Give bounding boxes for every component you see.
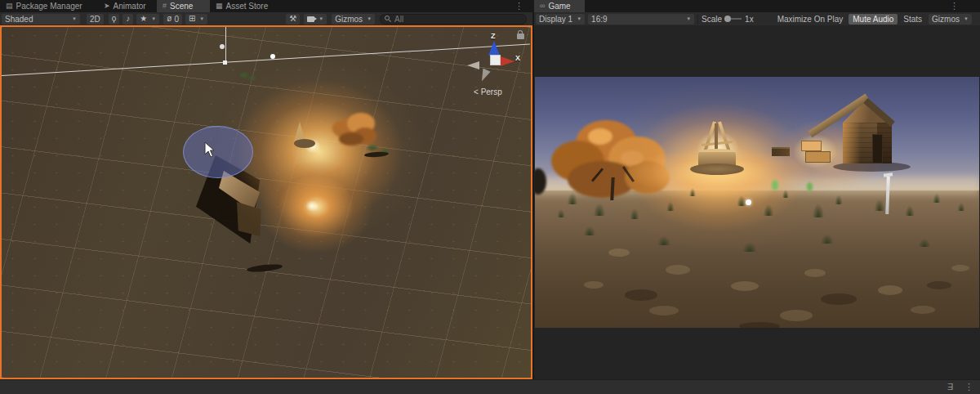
cabin-light-glow [247, 150, 385, 264]
gizmos-label: Gizmos [932, 15, 960, 24]
projection-arrow: < [474, 87, 479, 96]
grass-tuft [811, 198, 826, 217]
ground-patch [927, 281, 951, 289]
scene-lighting-toggle[interactable]: ϙ [109, 14, 120, 25]
ground-spot [608, 248, 630, 257]
gizmo-handle-point[interactable] [270, 54, 275, 59]
tab-label: Asset Store [226, 2, 269, 11]
scale-slider[interactable] [727, 18, 742, 20]
tab-animator[interactable]: ➤ Animator [98, 0, 157, 12]
ground-spot [666, 265, 690, 275]
scene-panel-menu-icon[interactable]: ⋮ [514, 1, 523, 11]
ground-patch [739, 322, 780, 328]
gizmos-label: Gizmos [335, 15, 363, 24]
gizmo-handle-dot[interactable] [220, 44, 225, 49]
light-gizmo-line-vertical [225, 27, 226, 63]
gizmo-neg-axis-cone[interactable] [467, 61, 479, 69]
grass-tuft [741, 239, 759, 252]
light-gizmo-line-diagonal [2, 44, 530, 76]
grid-icon: ⊞ [189, 15, 195, 23]
status-bar: Ǝ ⋮ [0, 379, 980, 394]
grass-tuft [240, 73, 248, 78]
grass-tuft [629, 204, 640, 219]
chevron-down-icon: ▼ [318, 16, 323, 21]
ground-spot [780, 310, 813, 321]
speaker-icon: ♪ [126, 15, 130, 23]
white-post [885, 177, 890, 214]
scene-gizmos-dropdown[interactable]: Gizmos ▼ [332, 14, 375, 25]
gizmo-x-axis-cone[interactable] [501, 56, 514, 66]
maximize-on-play-button[interactable]: Maximize On Play [773, 14, 848, 25]
grass-tuft [834, 191, 844, 204]
lock-icon[interactable] [517, 34, 524, 39]
component-tools-button[interactable]: ⚒ [286, 14, 300, 25]
gizmo-handle-square[interactable] [223, 60, 227, 65]
scale-label: Scale [702, 15, 722, 24]
asset-store-icon: ▦ [216, 2, 223, 10]
grass-tuft [656, 232, 672, 245]
grass-tuft [762, 199, 775, 216]
gizmo-neg-axis-cone[interactable] [478, 69, 490, 83]
game-panel-menu-icon[interactable]: ⋮ [950, 1, 959, 11]
game-cursor-dot [746, 199, 751, 205]
tab-label: Game [548, 2, 570, 11]
gizmo-z-label[interactable]: Z [491, 32, 496, 40]
grass-tuft [819, 231, 835, 244]
scene-audio-toggle[interactable]: ♪ [122, 14, 133, 25]
grass-tuft [688, 185, 697, 196]
scene-effects-dropdown[interactable]: ★ ▼ [136, 14, 159, 25]
gizmo-z-axis-cone[interactable] [488, 41, 500, 56]
cabin-door [872, 134, 883, 163]
projection-label[interactable]: < Persp [474, 87, 502, 96]
scene-search-input[interactable]: All [380, 14, 527, 25]
cabin-light-core [305, 200, 318, 212]
stats-button[interactable]: Stats [899, 14, 926, 25]
grass-tuft [932, 190, 942, 203]
ground-spot [731, 281, 759, 291]
status-menu-icon[interactable]: ⋮ [964, 382, 973, 392]
display-dropdown[interactable]: Display 1 ▼ [536, 14, 585, 25]
tab-package-manager[interactable]: ▤ Package Manager [0, 0, 98, 12]
scene-viewport[interactable]: Z X < Persp [2, 27, 531, 378]
scene-view[interactable]: Z X < Persp [0, 25, 532, 379]
ground-spot [951, 265, 969, 271]
camera-lens [314, 17, 317, 20]
aspect-ratio-dropdown[interactable]: 16:9 ▼ [588, 14, 694, 25]
game-view[interactable] [534, 25, 980, 379]
2d-toggle[interactable]: 2D [87, 14, 104, 25]
stats-label: Stats [903, 15, 922, 24]
crate [801, 141, 822, 151]
chevron-down-icon: ▼ [686, 16, 691, 21]
grass-tuft [782, 186, 790, 198]
grid-snapping-dropdown[interactable]: ⊞ ▼ [185, 14, 207, 25]
ground-spot [584, 281, 604, 289]
hidden-count: 0 [174, 15, 179, 24]
chevron-down-icon: ▼ [72, 16, 77, 21]
animator-icon: ➤ [104, 2, 110, 10]
mouse-cursor [204, 141, 217, 158]
game-gizmos-dropdown[interactable]: Gizmos ▼ [929, 14, 972, 25]
well-base [294, 139, 315, 148]
activity-indicator-icon[interactable]: Ǝ [947, 382, 953, 392]
scale-slider-knob[interactable] [724, 16, 731, 22]
tab-scene[interactable]: # Scene [157, 0, 210, 12]
camera-settings-dropdown[interactable]: ▼ [304, 14, 327, 25]
crate [805, 151, 831, 163]
trough [772, 147, 790, 156]
gizmo-center-cube[interactable] [490, 55, 501, 65]
maximize-label: Maximize On Play [777, 15, 844, 24]
display-label: Display 1 [539, 15, 572, 24]
mute-audio-toggle[interactable]: Mute Audio [849, 14, 898, 25]
tab-game[interactable]: ∞ Game [534, 0, 585, 12]
draw-mode-dropdown[interactable]: Shaded ▼ [2, 14, 80, 25]
tab-asset-store[interactable]: ▦ Asset Store [210, 0, 289, 12]
game-toolbar: Display 1 ▼ 16:9 ▼ Scale 1x Maximize On … [534, 12, 980, 25]
hidden-objects-toggle[interactable]: ø 0 [163, 14, 182, 25]
gizmo-x-label[interactable]: X [515, 54, 520, 62]
tools-icon: ⚒ [289, 15, 296, 23]
eye-crossed-icon: ø [167, 15, 172, 23]
selected-light-range-ellipse[interactable] [183, 126, 253, 178]
tab-bar: ▤ Package Manager ➤ Animator # Scene ▦ A… [0, 0, 980, 12]
grass-tuft [904, 201, 915, 216]
game-viewport[interactable] [535, 77, 979, 328]
